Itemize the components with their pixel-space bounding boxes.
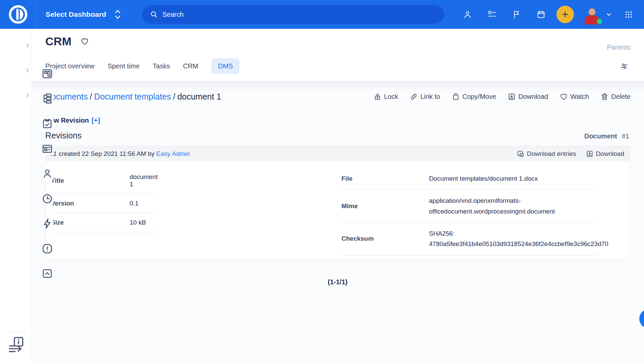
left-sidebar [0, 29, 32, 362]
browser-card-icon [41, 143, 53, 155]
page-title: CRM [45, 35, 71, 48]
revision-meta: r1created 22 Sep 2021 11:56 AM by Easy A… [51, 150, 190, 158]
project-tabs: Project overview Spent time Tasks CRM DM… [45, 58, 239, 74]
parents-label: Parents: [607, 44, 632, 51]
copy-move-button[interactable]: Copy/Move [451, 93, 496, 101]
watch-button[interactable]: Watch [559, 93, 589, 101]
link-to-button[interactable]: Link to [410, 93, 440, 101]
trash-icon [600, 93, 609, 101]
table-row: Checksum SHA256: 4780a5fee3f41b4e05103d9… [341, 223, 597, 255]
app-logo[interactable] [0, 0, 36, 29]
sidebar-item-time[interactable] [0, 164, 32, 177]
table-row: Mime application/vnd.openxmlformats-offi… [341, 190, 597, 223]
checksum-algo: SHA256: [429, 230, 454, 237]
tab-tasks[interactable]: Tasks [153, 58, 170, 74]
calendar-icon[interactable] [536, 10, 546, 19]
project-header: CRM Parents: Project overview Spent time… [32, 29, 644, 81]
table-row: Version 0.1 [51, 194, 158, 213]
chevron-up-square-icon [41, 267, 53, 280]
user-icon [41, 168, 53, 180]
version-label: Version [51, 194, 130, 213]
sliders-icon [619, 61, 629, 71]
delete-label: Delete [611, 93, 631, 101]
sidebar-item-alerts[interactable] [0, 214, 32, 227]
download-label: Download [518, 93, 548, 101]
revision-header-bar: r1created 22 Sep 2021 11:56 AM by Easy A… [46, 146, 630, 162]
apps-grid-icon[interactable] [624, 10, 633, 19]
hierarchy-icon [41, 93, 53, 105]
tab-crm[interactable]: CRM [183, 58, 198, 74]
user-icon[interactable] [463, 10, 472, 19]
file-label: File [341, 168, 429, 190]
flag-icon[interactable] [512, 10, 521, 19]
add-button[interactable] [556, 6, 574, 23]
lock-icon [373, 93, 382, 101]
filters-settings-button[interactable] [619, 61, 629, 71]
favorite-heart-icon[interactable] [80, 37, 89, 46]
download-button[interactable]: Download [507, 93, 548, 101]
details-table-left: Title document 1 Version 0.1 Size 10 kB [51, 168, 158, 232]
sidebar-item-collapse-up[interactable] [0, 239, 32, 252]
chevron-right-icon[interactable] [25, 43, 30, 48]
select-dashboard-button[interactable]: Select Dashboard [46, 9, 122, 20]
title-value: document 1 [130, 168, 158, 194]
breadcrumb: Documents/Document templates/document 1 [45, 92, 221, 102]
size-label: Size [51, 213, 130, 232]
revision-details: Title document 1 Version 0.1 Size 10 kB … [46, 162, 630, 259]
floating-action-button[interactable] [639, 309, 644, 328]
copy-move-label: Copy/Move [462, 93, 496, 101]
download-icon [586, 150, 594, 158]
mime-value: application/vnd.openxmlformats-officedoc… [429, 190, 597, 223]
revision-download-button[interactable]: Download [586, 150, 625, 158]
top-bar: Select Dashboard Search [0, 0, 644, 29]
table-row: File Document templates/document 1.docx [341, 168, 597, 190]
info-expand-icon [7, 336, 25, 354]
search-input[interactable]: Search [142, 5, 444, 24]
user-avatar[interactable] [583, 5, 601, 24]
chevron-right-icon[interactable] [25, 93, 30, 98]
sidebar-expand-button[interactable] [7, 336, 25, 354]
tab-dms[interactable]: DMS [211, 58, 239, 74]
tab-spent-time[interactable]: Spent time [108, 58, 140, 74]
document-type-label: Document [584, 132, 617, 140]
link-icon [410, 93, 418, 101]
revisions-heading: Revisions [45, 131, 82, 140]
search-icon [150, 10, 158, 19]
alert-octagon-icon [41, 243, 53, 255]
revision-author-link[interactable]: Easy Admin [156, 150, 190, 157]
chevron-down-icon[interactable] [605, 10, 613, 18]
breadcrumb-separator: / [171, 92, 177, 101]
download-entries-icon [517, 150, 525, 158]
lock-label: Lock [384, 93, 398, 101]
sidebar-item-users[interactable] [0, 139, 32, 152]
watch-label: Watch [570, 93, 589, 101]
plus-icon [561, 10, 570, 19]
new-revision-button[interactable]: New Revision[+] [45, 117, 100, 124]
delete-button[interactable]: Delete [600, 93, 631, 101]
document-number: Document#1 [584, 132, 629, 140]
download-icon [507, 93, 516, 101]
copy-icon [451, 93, 460, 101]
chevron-right-icon[interactable] [25, 68, 30, 73]
sidebar-item-dashboards[interactable] [0, 39, 32, 52]
sidebar-item-activity[interactable] [0, 189, 32, 202]
checklist-icon[interactable] [487, 10, 497, 19]
download-entries-label: Download entries [527, 150, 576, 158]
revision-panel: r1created 22 Sep 2021 11:56 AM by Easy A… [45, 146, 630, 260]
breadcrumb-link-document-templates[interactable]: Document templates [94, 92, 171, 101]
sidebar-item-hierarchy[interactable] [0, 64, 32, 77]
checksum-hex: 4780a5fee3f41b4e05103d9318524e36f2e4ccbe… [429, 239, 597, 249]
download-label: Download [596, 150, 625, 158]
title-label: Title [51, 168, 130, 194]
document-actions: Lock Link to Copy/Move Download [362, 93, 631, 101]
main-content: CRM Parents: Project overview Spent time… [32, 29, 644, 362]
details-table-right: File Document templates/document 1.docx … [341, 168, 597, 255]
breadcrumb-separator: / [88, 92, 94, 101]
lightning-icon [41, 218, 53, 230]
header-shadow [32, 81, 644, 93]
download-entries-button[interactable]: Download entries [517, 150, 576, 158]
sidebar-item-modules[interactable] [0, 114, 32, 127]
document-id: #1 [622, 132, 629, 140]
sidebar-item-tasks[interactable] [0, 89, 32, 102]
lock-button[interactable]: Lock [373, 93, 398, 101]
